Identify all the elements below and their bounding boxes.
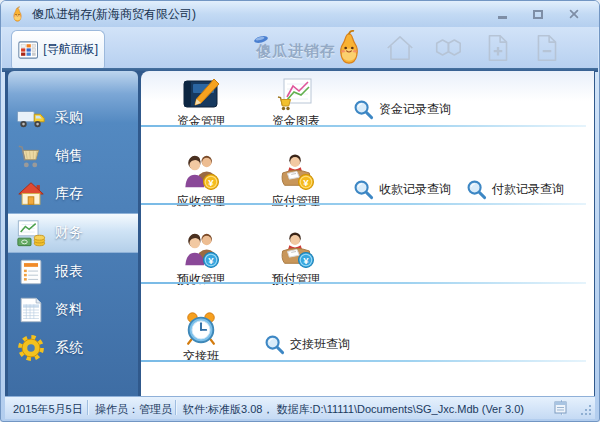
- module-label: 应付管理: [272, 193, 320, 210]
- status-separator: [87, 400, 88, 415]
- status-bar: 2015年5月5日 操作员：管理员 软件:标准版3.08， 数据库:D:\111…: [5, 396, 595, 419]
- toolbar-icons: [384, 32, 563, 64]
- doc-plus-icon[interactable]: [482, 32, 514, 64]
- sidebar-item-data[interactable]: 资料: [8, 291, 138, 329]
- receipt-record-query[interactable]: 收款记录查询: [353, 179, 451, 200]
- funds-management-icon: [180, 77, 222, 111]
- minimize-icon: [498, 16, 507, 19]
- status-date: 2015年5月5日: [13, 402, 83, 417]
- sidebar-item-finance[interactable]: 财务: [8, 213, 138, 253]
- maximize-button[interactable]: [525, 6, 551, 22]
- sidebar-item-inventory[interactable]: 库存: [8, 175, 138, 213]
- sidebar-item-purchase[interactable]: 采购: [8, 99, 138, 137]
- funds-chart-icon: [275, 77, 317, 111]
- brand: 傻瓜进销存: [256, 28, 368, 68]
- finance-icon: [16, 218, 46, 248]
- module-advance-receipt[interactable]: 预收管理: [163, 231, 239, 288]
- query-label: 资金记录查询: [379, 101, 451, 118]
- app-icon: [9, 6, 26, 23]
- row-separator: [141, 282, 586, 284]
- magnifier-icon: [353, 99, 374, 120]
- sidebar-item-label: 采购: [55, 109, 83, 127]
- content-row-advance: 预收管理 预付管理: [141, 231, 594, 289]
- sidebar-item-label: 库存: [55, 185, 83, 203]
- data-sheet-icon: [16, 295, 46, 325]
- module-funds-management[interactable]: 资金管理: [163, 77, 239, 130]
- sidebar-item-reports[interactable]: 报表: [8, 253, 138, 291]
- module-label: 预付管理: [272, 271, 320, 288]
- brand-text: 傻瓜进销存: [256, 42, 336, 59]
- resize-grip[interactable]: [589, 413, 591, 415]
- nav-panel-label: [导航面板]: [43, 41, 98, 58]
- nav-grid-icon: [18, 40, 38, 60]
- query-label: 付款记录查询: [492, 181, 564, 198]
- home-icon[interactable]: [384, 32, 416, 64]
- toolbar: [导航面板] 傻瓜进销存: [2, 27, 598, 68]
- module-payable[interactable]: 应付管理: [258, 153, 334, 210]
- window-controls: [489, 6, 591, 22]
- payable-icon: [277, 153, 315, 191]
- funds-record-query[interactable]: 资金记录查询: [353, 99, 451, 120]
- row-separator: [141, 125, 586, 127]
- module-label: 应收管理: [177, 193, 225, 210]
- magnifier-icon: [353, 179, 374, 200]
- doc-minus-icon[interactable]: [531, 32, 563, 64]
- status-separator: [175, 400, 176, 415]
- row-separator: [141, 203, 586, 205]
- minimize-button[interactable]: [489, 6, 515, 22]
- sidebar-item-label: 报表: [55, 263, 83, 281]
- module-receivable[interactable]: 应收管理: [163, 153, 239, 210]
- sidebar-item-sales[interactable]: 销售: [8, 137, 138, 175]
- sidebar-item-label: 系统: [55, 339, 83, 357]
- window-title: 傻瓜进销存(新海商贸有限公司): [32, 6, 196, 23]
- module-funds-chart[interactable]: 资金图表: [258, 77, 334, 130]
- maximize-icon: [533, 10, 543, 19]
- receivable-icon: [182, 153, 220, 191]
- nav-panel-button[interactable]: [导航面板]: [11, 30, 105, 68]
- gear-icon: [16, 333, 46, 363]
- module-label: 交接班: [183, 348, 219, 365]
- payment-record-query[interactable]: 付款记录查询: [466, 179, 564, 200]
- sidebar-item-label: 财务: [55, 224, 83, 242]
- status-operator: 操作员：管理员: [95, 402, 172, 417]
- status-panel-icon[interactable]: [554, 401, 567, 414]
- app-window: 傻瓜进销存(新海商贸有限公司): [0, 0, 600, 422]
- query-label: 收款记录查询: [379, 181, 451, 198]
- query-label: 交接班查询: [290, 336, 350, 353]
- module-advance-payment[interactable]: 预付管理: [258, 231, 334, 288]
- close-button[interactable]: [561, 6, 587, 22]
- row-separator: [141, 360, 586, 362]
- report-icon: [16, 257, 46, 287]
- house-icon: [16, 179, 46, 209]
- close-icon: [568, 8, 580, 20]
- title-bar: 傻瓜进销存(新海商贸有限公司): [1, 1, 599, 27]
- magnifier-icon: [466, 179, 487, 200]
- module-label: 预收管理: [177, 271, 225, 288]
- shift-query[interactable]: 交接班查询: [264, 334, 350, 355]
- module-label: 资金管理: [177, 113, 225, 130]
- sidebar-item-system[interactable]: 系统: [8, 329, 138, 367]
- sidebar-item-label: 销售: [55, 147, 83, 165]
- module-label: 资金图表: [272, 113, 320, 130]
- truck-icon: [16, 103, 46, 133]
- sidebar-item-label: 资料: [55, 301, 83, 319]
- advance-receipt-icon: [182, 231, 220, 269]
- advance-payment-icon: [277, 231, 315, 269]
- module-shift[interactable]: 交接班: [163, 310, 239, 365]
- sidebar: 采购 销售 库存: [8, 71, 138, 396]
- brand-swoosh-icon: [253, 35, 269, 44]
- main-content: 资金管理 资金图表 资金记录查询: [141, 71, 594, 396]
- magnifier-icon: [264, 334, 285, 355]
- status-software: 软件:标准版3.08， 数据库:D:\11111\Documents\SG_Jx…: [183, 402, 524, 417]
- cart-icon: [16, 141, 46, 171]
- alarm-clock-icon: [182, 310, 220, 346]
- books-icon[interactable]: [433, 32, 465, 64]
